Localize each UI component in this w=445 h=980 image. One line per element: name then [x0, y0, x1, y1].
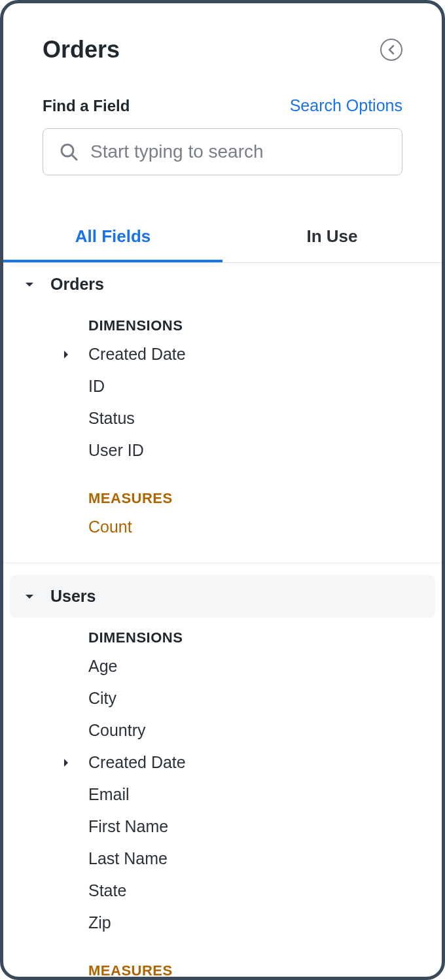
view-header-users[interactable]: Users [10, 575, 435, 618]
field-label: Created Date [88, 753, 186, 772]
measures-label: MEASURES [3, 939, 442, 980]
field-label: Email [88, 785, 130, 804]
field-label: Zip [88, 913, 111, 932]
caret-down-icon [23, 281, 36, 289]
search-icon [59, 142, 79, 162]
field-zip[interactable]: Zip [3, 907, 442, 939]
caret-down-icon [23, 593, 36, 601]
dimensions-label: DIMENSIONS [3, 306, 442, 338]
field-first-name[interactable]: First Name [3, 811, 442, 843]
dimensions-label: DIMENSIONS [3, 618, 442, 650]
tab-in-use[interactable]: In Use [222, 215, 442, 262]
field-id[interactable]: ID [3, 370, 442, 402]
field-state[interactable]: State [3, 875, 442, 907]
field-label: Created Date [88, 345, 186, 364]
tab-all-fields[interactable]: All Fields [3, 215, 222, 262]
field-picker-content: Orders DIMENSIONS Created Date ID Status… [3, 263, 442, 980]
find-field-label: Find a Field [43, 97, 130, 115]
field-city[interactable]: City [3, 682, 442, 714]
tabs: All Fields In Use [3, 215, 442, 263]
field-created-date[interactable]: Created Date [3, 338, 442, 370]
field-label: Country [88, 721, 146, 740]
divider [3, 563, 442, 563]
field-age[interactable]: Age [3, 650, 442, 682]
panel-title: Orders [43, 36, 120, 63]
field-label: City [88, 689, 116, 708]
field-label: ID [88, 377, 105, 396]
field-label: User ID [88, 441, 144, 460]
field-label: Age [88, 657, 117, 676]
field-status[interactable]: Status [3, 402, 442, 434]
svg-line-1 [72, 155, 77, 160]
view-title: Users [50, 587, 96, 606]
field-created-date[interactable]: Created Date [3, 746, 442, 779]
field-last-name[interactable]: Last Name [3, 843, 442, 875]
view-title: Orders [50, 275, 104, 294]
caret-right-icon [62, 758, 88, 768]
view-header-orders[interactable]: Orders [3, 263, 442, 306]
caret-right-icon [62, 349, 88, 360]
collapse-button[interactable] [380, 39, 402, 61]
chevron-left-icon [387, 44, 396, 55]
field-label: Last Name [88, 849, 168, 868]
field-label: First Name [88, 817, 168, 836]
measures-label: MEASURES [3, 466, 442, 511]
search-box[interactable] [43, 128, 402, 175]
field-label: Status [88, 409, 135, 428]
field-user-id[interactable]: User ID [3, 434, 442, 466]
search-input[interactable] [90, 141, 386, 162]
search-options-link[interactable]: Search Options [290, 96, 402, 115]
field-count[interactable]: Count [3, 511, 442, 543]
field-label: Count [88, 517, 132, 536]
field-country[interactable]: Country [3, 714, 442, 746]
field-label: State [88, 881, 126, 900]
field-email[interactable]: Email [3, 779, 442, 811]
